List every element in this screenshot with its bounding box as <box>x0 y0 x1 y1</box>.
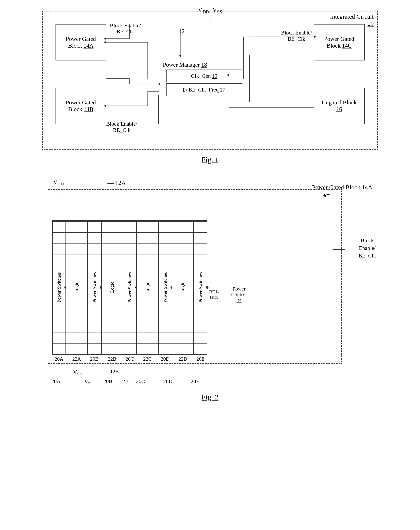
bottom-label-12b: 12B <box>120 378 129 385</box>
bottom-label-20c: 20C <box>136 378 145 385</box>
power-control-num: 24 <box>236 298 241 303</box>
block-16-text: Ungated Block16 <box>322 99 357 113</box>
page: VDD, VSS Integrated Circuit 10 Power Gat… <box>14 11 406 401</box>
fig2-vss-label: VSS <box>73 369 82 376</box>
block-14a-text: Power GatedBlock 14A <box>66 36 96 49</box>
logic-box-22b: Logic <box>101 220 123 355</box>
be-clk-label-right: Block Enable/BE_Clk <box>281 29 312 42</box>
be-clk-label-top: Block Enable/BE_Clk <box>110 22 141 35</box>
bottom-label-20b: 20B <box>103 378 112 385</box>
fig2-block-enable-right: BlockEnable/BE_Clk <box>359 236 376 259</box>
be-clk-label-bottom: Block Enable/BE_Clk <box>106 121 137 133</box>
fig2-bottom-labels-row: 20A VSS 20B 12B 20C 20D 20E <box>51 378 287 385</box>
fig2-container: VDD — 12A Power Gated Block 14A ↙ | <box>38 178 382 401</box>
block-14b: Power GatedBlock 14B <box>56 88 106 124</box>
logic-box-22c: Logic <box>137 220 158 355</box>
fig2-caption: Fig. 2 <box>202 393 218 401</box>
be1-be5-label: BE1-BE5 <box>209 289 219 300</box>
col-label-20a: 20A <box>55 356 63 362</box>
block-14a: Power GatedBlock 14A <box>56 24 106 60</box>
dot-20e <box>206 286 209 289</box>
pm-label: Power Manager 18 <box>161 61 207 68</box>
fig1-container: VDD, VSS Integrated Circuit 10 Power Gat… <box>38 11 382 164</box>
power-manager: Power Manager 18 Clk_Gen 19 ▷BE_Clk_Freq… <box>159 55 250 102</box>
power-control-box: PowerControl24 <box>222 262 256 327</box>
logic-box-22d: Logic <box>172 220 194 355</box>
col-label-20c: 20C <box>126 356 134 362</box>
ps-box-20c: Power Switches <box>123 220 137 355</box>
bottom-label-20d: 20D <box>163 378 172 385</box>
col-22b: Logic 22B <box>101 220 123 362</box>
ps-box-20b: Power Switches <box>88 220 101 355</box>
col-label-20e: 20E <box>196 356 204 362</box>
col-22c: Logic 22C <box>137 220 158 362</box>
fig1-diagram: VDD, VSS Integrated Circuit 10 Power Gat… <box>42 11 378 150</box>
fig2-12b-label: 12B <box>110 369 119 375</box>
fig1-inner: Power GatedBlock 14A Power GatedBlock 14… <box>50 19 370 142</box>
power-control-wrapper: PowerControl24 <box>222 227 256 362</box>
col-label-22a: 22A <box>72 356 81 362</box>
block-14b-text: Power GatedBlock 14B <box>66 99 96 113</box>
ps-box-20d: Power Switches <box>158 220 172 355</box>
col-22d: Logic 22D <box>172 220 194 362</box>
fig2-diagram: VDD — 12A Power Gated Block 14A ↙ | <box>42 178 378 387</box>
col-label-20b: 20B <box>90 356 99 362</box>
ps-box-20a: Power Switches <box>52 220 66 355</box>
fig1-vdd-vss-label: VDD, VSS <box>198 6 222 15</box>
block-14c-text: Power GatedBlock 14C <box>324 36 354 49</box>
fig1-caption: Fig. 1 <box>202 155 218 164</box>
bottom-label-vss: VSS <box>84 378 92 385</box>
col-20e: Power Switches 20E <box>194 220 207 362</box>
bottom-label-20e: 20E <box>191 378 199 385</box>
col-label-22c: 22C <box>143 356 152 362</box>
num-12-label: 12 <box>179 28 185 34</box>
col-label-22d: 22D <box>178 356 187 362</box>
block-16: Ungated Block16 <box>314 88 365 124</box>
fig2-vdd-label: VDD <box>53 178 64 187</box>
clk-gen-box: Clk_Gen 19 <box>166 70 242 82</box>
beclkfreq-box: ▷BE_Clk_Freq 17 <box>166 83 242 96</box>
col-label-22b: 22B <box>108 356 116 362</box>
col-20d: Power Switches 20D <box>158 220 172 362</box>
bottom-label-20a: 20A <box>51 378 61 385</box>
col-label-20d: 20D <box>161 356 169 362</box>
be-clk-line-right <box>333 249 345 250</box>
ps-box-20e: Power Switches <box>194 220 207 355</box>
col-20b: Power Switches 20B <box>88 220 101 362</box>
vdd-top-line: | <box>56 188 57 193</box>
col-22a: Logic 22A <box>66 220 88 362</box>
block-14c: Power GatedBlock 14C <box>314 24 365 60</box>
logic-box-22a: Logic <box>66 220 88 355</box>
be1-be5-wrapper: BE1-BE5 <box>209 227 219 362</box>
fig2-12a-label: — 12A <box>108 179 126 186</box>
fig2-columns: | Power Switches 20A Logic 22A <box>52 195 256 362</box>
col-20c: Power Switches 20C <box>123 220 137 362</box>
col-20a: Power Switches 20A <box>52 220 66 362</box>
